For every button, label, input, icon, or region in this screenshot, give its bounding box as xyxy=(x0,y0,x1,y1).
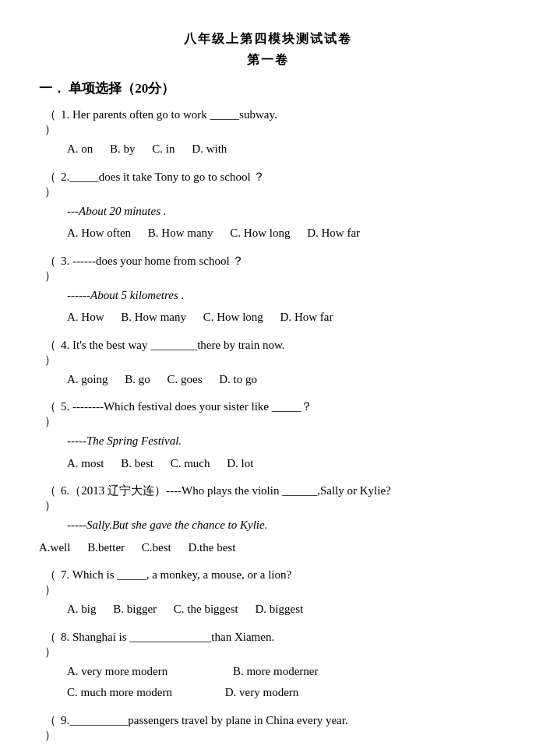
q7-paren: （ ） xyxy=(39,568,61,597)
q5-answer: -----The Spring Festival. xyxy=(67,431,497,452)
q3-opt-c: C. How long xyxy=(203,311,263,323)
q5-opt-d: D. lot xyxy=(227,457,253,469)
q2-opt-d: D. How far xyxy=(307,227,360,239)
q4-opt-c: C. goes xyxy=(168,373,203,385)
q8-line: （ ） 8. Shanghai is ______________than Xi… xyxy=(39,628,497,659)
q1-opt-d: D. with xyxy=(192,142,227,155)
question-5: （ ） 5. --------Which festival does your … xyxy=(39,397,497,473)
q3-opt-a: A. How xyxy=(67,311,104,323)
q4-paren: （ ） xyxy=(39,338,61,367)
q2-options: A. How often B. How many C. How long D. … xyxy=(67,223,497,244)
question-4: （ ） 4. It's the best way ________there b… xyxy=(39,336,497,390)
question-6: （ ） 6.（2013 辽宁大连）----Who plays the violi… xyxy=(39,481,497,557)
q6-answer: -----Sally.But she gave the chance to Ky… xyxy=(67,515,497,536)
q6-paren: （ ） xyxy=(39,483,61,513)
question-9: （ ） 9.__________passengers travel by pla… xyxy=(39,711,497,743)
q8-paren: （ ） xyxy=(39,630,61,659)
q6-options: A.well B.better C.best D.the best xyxy=(39,538,497,558)
q1-line: （ ） 1. Her parents often go to work ____… xyxy=(39,105,497,137)
q2-opt-a: A. How often xyxy=(67,227,131,239)
q1-options: A. on B. by C. in D. with xyxy=(67,139,497,160)
page-container: 八年级上第四模块测试试卷 第一卷 一． 单项选择（20分） （ ） 1. Her… xyxy=(39,31,497,756)
q4-text: 4. It's the best way ________there by tr… xyxy=(61,336,497,356)
q6-opt-d: D.the best xyxy=(189,541,236,554)
q2-answer: ---About 20 minutes . xyxy=(67,202,497,222)
q2-opt-b: B. How many xyxy=(148,227,213,239)
q4-opt-b: B. go xyxy=(125,373,150,385)
q1-text: 1. Her parents often go to work _____sub… xyxy=(61,105,497,125)
section1-title: 一． 单项选择（20分） xyxy=(39,79,497,97)
q7-options: A. big B. bigger C. the biggest D. bigge… xyxy=(67,600,497,620)
q5-text: 5. --------Which festival does your sist… xyxy=(61,397,497,417)
q7-opt-b: B. bigger xyxy=(113,603,157,615)
q7-line: （ ） 7. Which is _____, a monkey, a mouse… xyxy=(39,565,497,597)
q3-options: A. How B. How many C. How long D. How fa… xyxy=(67,308,497,328)
q9-paren: （ ） xyxy=(39,713,61,743)
q8-options-row1: A. very more modern B. more moderner xyxy=(67,662,497,682)
q8-opt-d: D. very modern xyxy=(225,686,299,698)
q5-opt-c: C. much xyxy=(171,457,210,469)
title-main: 八年级上第四模块测试试卷 xyxy=(39,31,497,47)
q4-opt-a: A. going xyxy=(67,373,108,385)
q5-line: （ ） 5. --------Which festival does your … xyxy=(39,397,497,429)
q4-line: （ ） 4. It's the best way ________there b… xyxy=(39,336,497,367)
q7-opt-a: A. big xyxy=(67,603,97,615)
q2-text: 2._____does it take Tony to go to school… xyxy=(61,167,497,188)
q7-opt-d: D. biggest xyxy=(256,603,304,615)
q2-opt-c: C. How long xyxy=(230,227,290,239)
q4-options: A. going B. go C. goes D. to go xyxy=(67,370,497,390)
question-2: （ ） 2._____does it take Tony to go to sc… xyxy=(39,167,497,244)
q8-text: 8. Shanghai is ______________than Xiamen… xyxy=(61,628,497,648)
q1-opt-c: C. in xyxy=(152,142,175,155)
q8-opt-c: C. much more modern xyxy=(67,686,172,698)
q5-options: A. most B. best C. much D. lot xyxy=(67,454,497,474)
q8-opt-a: A. very more modern xyxy=(67,665,168,677)
q5-opt-a: A. most xyxy=(67,457,104,469)
question-1: （ ） 1. Her parents often go to work ____… xyxy=(39,105,497,160)
q6-opt-b: B.better xyxy=(87,541,128,554)
question-8: （ ） 8. Shanghai is ______________than Xi… xyxy=(39,628,497,703)
q6-text: 6.（2013 辽宁大连）----Who plays the violin __… xyxy=(61,481,497,501)
q3-line: （ ） 3. ------does your home from school … xyxy=(39,251,497,283)
q3-paren: （ ） xyxy=(39,254,61,283)
q8-opt-b: B. more moderner xyxy=(233,665,319,677)
question-3: （ ） 3. ------does your home from school … xyxy=(39,251,497,328)
q7-text: 7. Which is _____, a monkey, a mouse, or… xyxy=(61,565,497,585)
q7-opt-c: C. the biggest xyxy=(174,603,238,615)
q1-paren: （ ） xyxy=(39,107,61,137)
q9-text: 9.__________passengers travel by plane i… xyxy=(61,711,497,731)
q6-opt-a: A.well xyxy=(39,541,73,554)
q3-answer: ------About 5 kilometres . xyxy=(67,286,497,306)
q9-line: （ ） 9.__________passengers travel by pla… xyxy=(39,711,497,743)
q1-opt-b: B. by xyxy=(110,142,136,155)
question-7: （ ） 7. Which is _____, a monkey, a mouse… xyxy=(39,565,497,620)
q6-opt-c: C.best xyxy=(142,541,175,554)
q2-paren: （ ） xyxy=(39,170,61,199)
q6-line: （ ） 6.（2013 辽宁大连）----Who plays the violi… xyxy=(39,481,497,513)
q1-opt-a: A. on xyxy=(67,142,93,155)
q3-opt-d: D. How far xyxy=(280,311,333,323)
q4-opt-d: D. to go xyxy=(219,373,257,385)
q2-line: （ ） 2._____does it take Tony to go to sc… xyxy=(39,167,497,199)
q3-opt-b: B. How many xyxy=(121,311,186,323)
q5-opt-b: B. best xyxy=(121,457,153,469)
q3-text: 3. ------does your home from school ？ xyxy=(61,251,497,272)
title-sub: 第一卷 xyxy=(39,52,497,69)
q8-options-row2: C. much more modern D. very modern xyxy=(67,683,497,703)
q5-paren: （ ） xyxy=(39,399,61,429)
